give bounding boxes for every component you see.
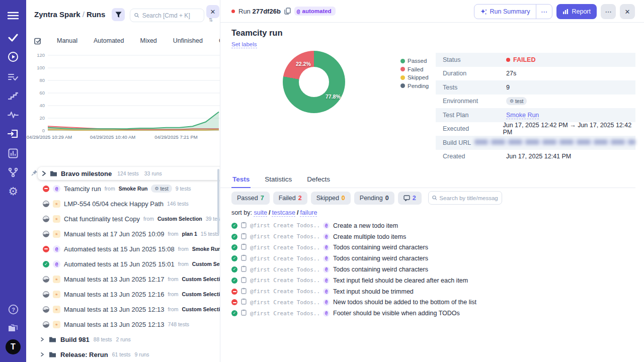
run-id-label: Run 277df26b	[238, 8, 281, 15]
run-list-item[interactable]: @Automated tests at 15 Jun 2025 15:01fro…	[26, 256, 220, 272]
gear-icon: ⚙	[154, 186, 158, 191]
folder-list-item[interactable]: Release: Rerun61 tests9 runs	[26, 347, 220, 362]
set-labels-link[interactable]: Set labels	[231, 41, 257, 48]
sort-by-suite[interactable]: suite	[254, 209, 267, 217]
sidebar: ⚙ ? T	[0, 0, 26, 362]
run-list-item[interactable]: ✳Manual tests at 13 Jun 2025 12:13748 te…	[26, 317, 220, 332]
runs-search-input[interactable]	[142, 12, 200, 19]
status-unfinished-icon	[43, 231, 49, 237]
runs-tab-groups[interactable]: Groups	[211, 34, 220, 47]
comments-filter-button[interactable]: 2	[398, 192, 422, 205]
run-list-item[interactable]: ✳Manual tests at 17 Jun 2025 10:09frompl…	[26, 226, 220, 241]
tests-search[interactable]	[428, 191, 502, 205]
test-list-item[interactable]: @first Create Todos...@Create a new todo…	[231, 220, 634, 231]
steps-icon[interactable]	[0, 88, 26, 103]
run-source: Custom Selection	[157, 216, 202, 222]
detail-label: Test Plan	[436, 112, 506, 119]
runs-trend-chart[interactable]: 02040608010012004/29/2025 10:29 AM04/29/…	[26, 49, 220, 145]
help-icon[interactable]: ?	[0, 302, 26, 317]
detail-row-duration: Duration27s	[436, 67, 635, 81]
test-list-item[interactable]: @first Create Todos...@Todos containing …	[231, 242, 634, 253]
close-detail-button[interactable]: ✕	[620, 4, 635, 19]
test-suite-label: @first Create Todos...	[250, 255, 319, 262]
runs-tab-unfinished[interactable]: Unfinished	[165, 34, 211, 47]
clipboard-icon	[241, 309, 247, 318]
run-list-item[interactable]: ✳Manual tests at 13 Jun 2025 12:17fromCu…	[26, 272, 220, 287]
list-check-icon[interactable]	[0, 69, 26, 84]
test-list-item[interactable]: @first Create Todos...@Create multiple t…	[231, 231, 634, 242]
run-list-item[interactable]: ✳Manual tests at 13 Jun 2025 12:13fromCu…	[26, 302, 220, 317]
folder-name: Release: Rerun	[60, 351, 108, 358]
test-list-item[interactable]: @first Create Todos...@New todos should …	[231, 297, 634, 308]
run-list-item[interactable]: ✳Manual tests at 13 Jun 2025 12:16fromCu…	[26, 287, 220, 302]
filter-failed-button[interactable]: Failed2	[273, 192, 307, 205]
panel-close-button[interactable]: ✕	[206, 5, 219, 18]
automated-icon: @	[323, 288, 330, 295]
test-title: Todos containing weird characters	[333, 255, 428, 262]
test-list-item[interactable]: @first Create Todos...@Todos containing …	[231, 264, 634, 275]
test-list-item[interactable]: @first Create Todos...@Text input should…	[231, 286, 634, 297]
projects-folders-icon[interactable]	[0, 321, 26, 336]
run-list-item[interactable]: ✳Chat functinality test CopyfromCustom S…	[26, 211, 220, 226]
more-options-button[interactable]: ⋯	[601, 4, 616, 19]
test-list-item[interactable]: @first Create Todos...@Footer should be …	[231, 308, 634, 319]
folder-list-item[interactable]: Build 98188 tests2 runs	[26, 332, 220, 347]
chevron-right-icon[interactable]	[42, 171, 46, 176]
chevron-right-icon[interactable]	[40, 352, 45, 357]
run-summary-button[interactable]: Run Summary	[474, 5, 536, 19]
automated-icon: @	[323, 299, 330, 306]
sign-in-icon[interactable]	[0, 126, 26, 141]
sparkles-icon	[480, 9, 487, 15]
test-plan-link[interactable]: Smoke Run	[506, 112, 539, 119]
tab-tests[interactable]: Tests	[231, 173, 251, 188]
runs-search[interactable]	[130, 9, 204, 22]
milestone-row[interactable]: Bravo milestone 124 tests 33 runs	[38, 167, 220, 180]
runs-tab-automated[interactable]: Automated	[86, 34, 132, 47]
tab-statistics[interactable]: Statistics	[264, 173, 293, 188]
report-button[interactable]: Report	[556, 4, 597, 19]
bar-chart-icon[interactable]	[0, 146, 26, 161]
filter-passed-button[interactable]: Passed7	[231, 192, 270, 205]
breadcrumb-project[interactable]: Zyntra Spark	[34, 10, 80, 19]
settings-gear-icon[interactable]: ⚙	[0, 184, 26, 199]
run-from-label: from	[168, 306, 178, 312]
run-from-label: from	[178, 246, 189, 252]
sort-by-testcase[interactable]: testcase	[272, 209, 295, 217]
runs-tab-mixed[interactable]: Mixed	[132, 34, 165, 47]
tests-check-icon[interactable]	[0, 30, 26, 45]
activity-pulse-icon[interactable]	[0, 107, 26, 122]
sort-by-failure[interactable]: failure	[300, 209, 317, 217]
donut-chart[interactable]	[283, 51, 345, 113]
runs-tab-manual[interactable]: Manual	[49, 34, 86, 47]
runs-scrollbar[interactable]	[217, 169, 219, 234]
run-from-label: from	[168, 231, 178, 237]
test-list-item[interactable]: @first Create Todos...@Text input field …	[231, 275, 634, 286]
folder-tests-count: 88 tests	[94, 336, 112, 342]
select-all-icon[interactable]	[34, 37, 42, 45]
run-list-item[interactable]: ✳LMP-554 05/04 check Happy Path146 tests	[26, 196, 220, 211]
menu-icon[interactable]	[0, 8, 26, 23]
branch-icon[interactable]	[0, 165, 26, 180]
comments-count: 2	[413, 195, 416, 202]
filter-skipped-button[interactable]: Skipped0	[311, 192, 351, 205]
filter-pending-button[interactable]: Pending0	[354, 192, 394, 205]
runs-play-icon[interactable]	[0, 49, 26, 64]
filter-count: 0	[385, 195, 389, 202]
tests-search-input[interactable]	[439, 195, 498, 201]
copy-icon[interactable]	[284, 8, 291, 15]
legend-dot	[400, 59, 405, 63]
run-summary-more-button[interactable]: ⋯	[536, 5, 552, 19]
folder-icon	[49, 336, 56, 342]
app-logo[interactable]: T	[0, 339, 26, 354]
automated-badge[interactable]: @automated	[294, 7, 336, 16]
run-list-item[interactable]: @Automated tests at 15 Jun 2025 15:08fro…	[26, 241, 220, 256]
filter-button[interactable]	[112, 8, 125, 21]
tab-defects[interactable]: Defects	[306, 173, 331, 188]
run-list-item[interactable]: @Teamcity runfromSmoke Run⚙test9 tests	[26, 181, 220, 196]
test-list-item[interactable]: @first Create Todos...@Todos containing …	[231, 253, 634, 264]
chevron-right-icon[interactable]	[40, 337, 45, 342]
runs-panel-header: Zyntra Spark/Runs ✕ ⇅	[26, 0, 220, 28]
test-suite-label: @first Create Todos...	[250, 266, 319, 273]
milestone-tests-count: 124 tests	[117, 170, 139, 176]
detail-row-status: StatusFAILED	[436, 53, 635, 67]
